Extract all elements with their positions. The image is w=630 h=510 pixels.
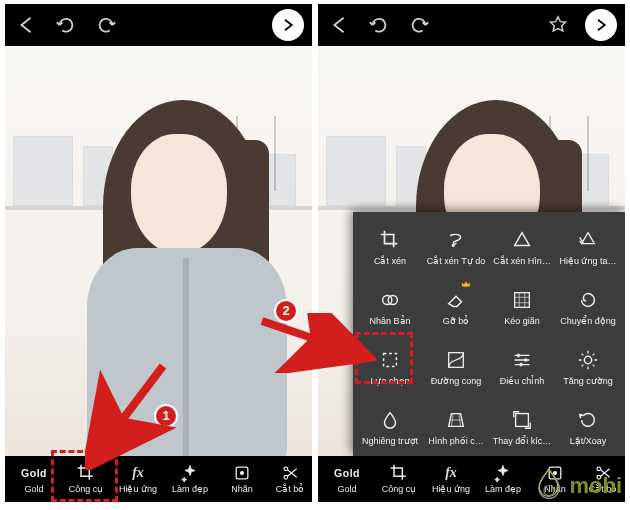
screen-right: Cắt xén Cắt xén Tự do Cắt xén Hìn… Hiệu … bbox=[318, 4, 625, 502]
tool-crop[interactable]: Cắt xén bbox=[357, 218, 423, 276]
favorite-button[interactable] bbox=[545, 12, 571, 38]
toolbar-tools[interactable]: Công cụ bbox=[373, 456, 425, 502]
screen-left: GoldGold Công cụ fxHiệu ứng Làm đẹp Nhãn… bbox=[5, 4, 312, 502]
toolbar-beauty[interactable]: Làm đẹp bbox=[477, 456, 529, 502]
tool-perspective[interactable]: Hình phối c… bbox=[423, 398, 489, 456]
tool-resize[interactable]: Thay đổi kíc… bbox=[489, 398, 555, 456]
tool-curves[interactable]: Đường cong bbox=[423, 338, 489, 396]
redo-button[interactable] bbox=[93, 12, 119, 38]
apply-button[interactable] bbox=[585, 9, 617, 41]
tool-selection[interactable]: Lựa chọn bbox=[357, 338, 423, 396]
toolbar-gold[interactable]: GoldGold bbox=[321, 456, 373, 502]
undo-button[interactable] bbox=[53, 12, 79, 38]
undo-button[interactable] bbox=[366, 12, 392, 38]
tool-enhance[interactable]: Tăng cường bbox=[555, 338, 621, 396]
tool-clone[interactable]: Nhân Bản bbox=[357, 278, 423, 336]
tool-tiltshift[interactable]: Nghiêng trượt bbox=[357, 398, 423, 456]
toolbar-beauty[interactable]: Làm đẹp bbox=[164, 456, 216, 502]
back-button[interactable] bbox=[326, 12, 352, 38]
tool-dispersion[interactable]: Hiệu ứng ta… bbox=[555, 218, 621, 276]
top-bar bbox=[318, 4, 625, 46]
watermark: mobi bbox=[535, 468, 622, 504]
tool-stretch[interactable]: Kéo giãn bbox=[489, 278, 555, 336]
premium-crown-icon bbox=[459, 279, 473, 289]
tool-motion[interactable]: Chuyển động bbox=[555, 278, 621, 336]
svg-point-15 bbox=[544, 485, 554, 495]
tool-remove[interactable]: Gỡ bỏ bbox=[423, 278, 489, 336]
back-button[interactable] bbox=[13, 12, 39, 38]
watermark-icon bbox=[535, 468, 563, 504]
toolbar-fx[interactable]: fxHiệu ứng bbox=[112, 456, 164, 502]
tools-panel: Cắt xén Cắt xén Tự do Cắt xén Hìn… Hiệu … bbox=[353, 212, 625, 456]
bottom-toolbar: GoldGold Công cụ fxHiệu ứng Làm đẹp Nhãn… bbox=[5, 456, 312, 502]
redo-button[interactable] bbox=[406, 12, 432, 38]
toolbar-gold[interactable]: GoldGold bbox=[8, 456, 60, 502]
toolbar-sticker[interactable]: Nhãn bbox=[216, 456, 268, 502]
toolbar-tools[interactable]: Công cụ bbox=[60, 456, 112, 502]
tool-crop-free[interactable]: Cắt xén Tự do bbox=[423, 218, 489, 276]
tool-crop-shape[interactable]: Cắt xén Hìn… bbox=[489, 218, 555, 276]
toolbar-fx[interactable]: fxHiệu ứng bbox=[425, 456, 477, 502]
tool-adjust[interactable]: Điều chỉnh bbox=[489, 338, 555, 396]
tool-rotate[interactable]: Lật/Xoay bbox=[555, 398, 621, 456]
photo-canvas[interactable] bbox=[5, 46, 312, 456]
apply-button[interactable] bbox=[272, 9, 304, 41]
top-bar bbox=[5, 4, 312, 46]
toolbar-cutout[interactable]: Cắt bỏ bbox=[268, 456, 312, 502]
